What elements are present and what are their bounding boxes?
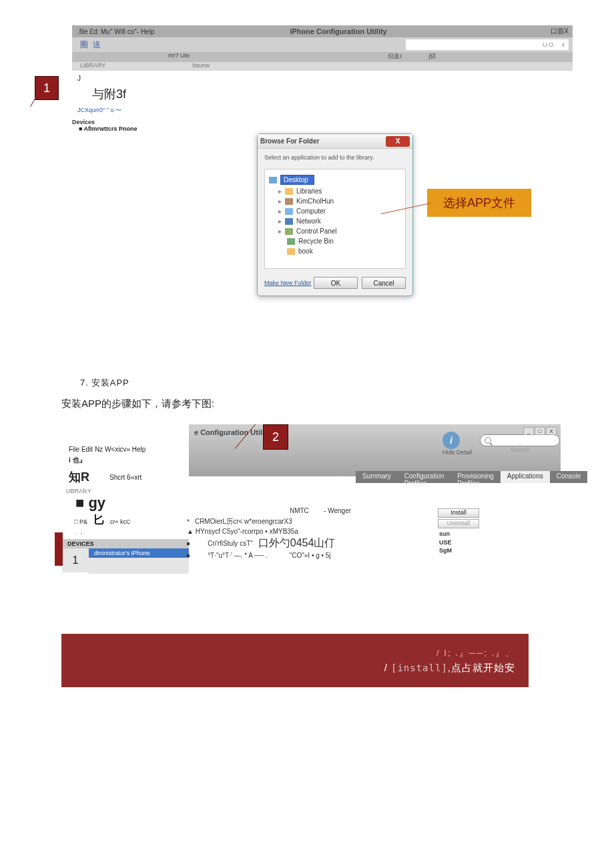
minimize-button[interactable]: _: [523, 427, 534, 435]
app-title: iPhone Configuration Utility: [238, 27, 439, 35]
red-banner: / I; .』──; .』、 / [install],点占就开始安: [61, 634, 529, 687]
tab-summary[interactable]: Summary: [356, 471, 398, 483]
callout-2-number: 2: [272, 430, 279, 444]
banner-post: ,点占就开始安: [448, 662, 515, 673]
close-button[interactable]: X: [546, 427, 557, 435]
s2-row5b: 匕: [93, 512, 105, 528]
banner-pre: /: [384, 662, 391, 673]
library-label: LIBRARY: [72, 62, 192, 71]
dialog-title: Browse For Folder: [260, 137, 319, 145]
window-title-bar: .file £d: Mu" Wifi co"- Help iPhone Conf…: [72, 25, 573, 37]
s2-toolbar: _ □ X e Configuration Utility i Hide Det…: [189, 424, 561, 476]
s2-row2b: Shcrt 6«xrt: [109, 474, 141, 481]
device-item[interactable]: ■ AfImrwttcrs Pnone: [72, 125, 192, 132]
cancel-button[interactable]: Cancel: [362, 277, 406, 289]
detail-row-4: °T·"u°T·' ―. * A ── . "CO"»I • g • 5j: [187, 552, 454, 559]
banner-code: [install]: [391, 663, 448, 673]
folder-icon: [285, 188, 293, 195]
user-icon: [285, 198, 293, 205]
detail-row-2: ▲ HYnsycf C5yo"-rcorrpo • xMYB35a: [187, 528, 454, 535]
browse-folder-dialog: Browse For Folder X Select an applicatio…: [257, 133, 413, 296]
dialog-title-bar: Browse For Folder X: [258, 134, 412, 149]
side-blue[interactable]: JCXqurr0" " o 〜: [72, 106, 192, 115]
callout-orange: 选择APP文件: [427, 189, 531, 217]
detail-hd2: - Wenger: [324, 507, 351, 514]
tab-config[interactable]: Configuration Profiles: [398, 471, 450, 483]
search-input[interactable]: [480, 434, 560, 446]
tree-item-user[interactable]: ▸KimCholHun: [269, 196, 401, 206]
tree-item-computer[interactable]: ▸Computer: [269, 206, 401, 216]
header-b: Itsunw: [192, 62, 219, 71]
callout-number: 1: [43, 81, 50, 95]
tree-item-desktop[interactable]: Desktop: [269, 173, 401, 186]
callout-badge-1: 1: [35, 76, 59, 100]
maximize-button[interactable]: □: [535, 427, 545, 435]
banner-line-1: / I; .』──; .』、: [436, 647, 515, 659]
folder-tree[interactable]: Desktop ▸Libraries ▸KimCholHun ▸Computer…: [264, 169, 406, 269]
make-new-folder-link[interactable]: Make New Folder: [264, 280, 312, 286]
s2-grey: [89, 558, 189, 574]
red-side-bar: [55, 532, 63, 566]
sub-row: mr? Ute 但血I j切: [72, 52, 573, 62]
tree-item-network[interactable]: ▸Network: [269, 216, 401, 226]
side-l1: J: [72, 75, 192, 82]
folder-icon: [287, 248, 295, 255]
sub-r2: j切: [406, 52, 459, 62]
list-item: sun: [439, 530, 479, 538]
s2-devices-header: DEVICES: [62, 539, 189, 548]
sub-left: mr? Ute: [72, 52, 192, 62]
menu-text: .file £d: Mu" Wifi co"- Help: [77, 28, 238, 35]
tab-console[interactable]: Console: [550, 471, 588, 483]
computer-icon: [285, 208, 293, 215]
tab-applications[interactable]: Applications: [501, 471, 550, 483]
search-field[interactable]: U O. x: [406, 39, 569, 50]
step-title: 安装APP: [91, 378, 129, 388]
s2-row5c: cr« kcC: [110, 518, 131, 525]
dialog-button-row: Make New Folder OK Cancel: [258, 272, 412, 296]
ok-button[interactable]: OK: [314, 277, 358, 289]
s2-sidebar: File Edit Nz W<xicv» Help i 也』 知R Shcrt …: [62, 424, 189, 574]
detail-row-3: Cri'rfiStuly csT"口外勺0454山仃: [187, 536, 454, 550]
list-item: USE: [439, 538, 479, 547]
tab-provisioning[interactable]: Provisioning Profiles: [450, 471, 500, 483]
control-panel-icon: [285, 228, 293, 235]
window-buttons[interactable]: _ □ X: [523, 427, 557, 435]
recycle-icon: [287, 238, 295, 245]
side-big: 与附3f: [72, 86, 192, 102]
install-button[interactable]: Install: [438, 508, 479, 518]
tree-item-book[interactable]: book: [269, 246, 401, 256]
tree-item-cp[interactable]: ▸Control Panel: [269, 226, 401, 236]
install-list: sun USE SgM: [438, 530, 479, 555]
search-hint: U O.: [543, 41, 555, 48]
s2-row5a: □ P&: [74, 518, 87, 525]
s2-row3: UBRAfcY: [62, 488, 189, 494]
s2-one: 1: [62, 548, 89, 572]
list-item: SgM: [439, 546, 479, 555]
s2-menu[interactable]: File Edit Nz W<xicv» Help: [62, 444, 189, 454]
desktop-icon: [269, 177, 277, 183]
devices-label: Devices: [72, 119, 192, 125]
search-x[interactable]: x: [562, 41, 565, 48]
sidebar: J 与附3f JCXqurr0" " o 〜 Devices ■ AfImrwt…: [72, 71, 192, 132]
s2-selected-device[interactable]: dministrator's iPhone: [89, 548, 189, 558]
sub-r1: 但血I: [192, 52, 406, 62]
uninstall-button[interactable]: Uninstall: [438, 519, 479, 528]
hide-detail-icon[interactable]: i: [442, 432, 460, 449]
s2-row1: i 也』: [62, 454, 189, 466]
toolbar-left: 圈 送: [72, 39, 112, 51]
s2-row4: ■ gy: [62, 494, 189, 512]
window-controls[interactable]: 口面X: [439, 27, 573, 36]
step-number: 7.: [80, 378, 89, 388]
dialog-instruction: Select an application to add to the libr…: [258, 149, 412, 166]
network-icon: [285, 218, 293, 225]
callout-line-1: [30, 94, 38, 107]
tree-item-libraries[interactable]: ▸Libraries: [269, 186, 401, 196]
step-7-desc: 安装APP的步骤如下，请参考下图:: [61, 398, 214, 410]
hide-detail-label: Hide Detail: [442, 449, 472, 456]
s2-title: e Configuration Utility: [194, 428, 271, 436]
tree-item-recycle[interactable]: Recycle Bin: [269, 236, 401, 246]
banner-line-2: / [install],点占就开始安: [384, 662, 515, 675]
dialog-close-button[interactable]: X: [386, 136, 410, 147]
detail-header: NMTC - Wenger: [187, 507, 454, 514]
toolbar-row: 圈 送 U O. x: [72, 37, 573, 52]
